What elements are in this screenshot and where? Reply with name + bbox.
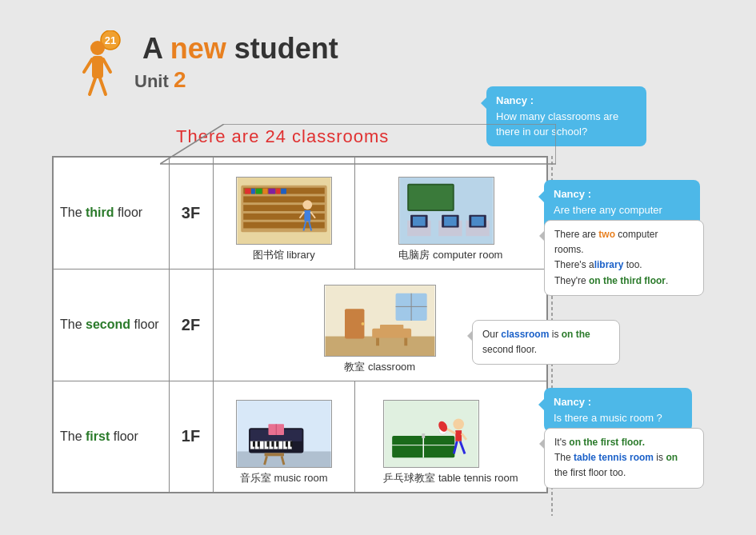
svg-rect-48 xyxy=(376,337,379,345)
svg-rect-69 xyxy=(286,441,288,447)
svg-rect-67 xyxy=(271,441,274,447)
svg-rect-23 xyxy=(304,210,310,222)
classroom-a-text: Our classroom is on the xyxy=(482,327,610,342)
classroom-label: 教室 classroom xyxy=(324,360,436,374)
svg-rect-19 xyxy=(268,188,275,194)
svg-rect-83 xyxy=(456,430,462,441)
third-floor-row: The third floor 3F xyxy=(53,157,547,269)
svg-rect-15 xyxy=(245,188,250,194)
svg-rect-50 xyxy=(380,324,403,329)
svg-rect-49 xyxy=(404,337,407,345)
tennis-room-cell: 乒乓球教室 table tennis room xyxy=(354,381,547,493)
nancy-q1-bubble: Nancy : How many classrooms are there in… xyxy=(486,86,646,146)
second-floor-num: 2F xyxy=(169,269,213,381)
nancy-q1-label: Nancy : xyxy=(496,93,637,109)
page-title: A new student xyxy=(142,32,338,66)
music-q-text: Is there a music room ? xyxy=(554,410,682,426)
computer-q-label: Nancy : xyxy=(554,186,690,202)
svg-rect-20 xyxy=(276,188,280,194)
svg-rect-79 xyxy=(422,433,426,438)
music-a-line2: The table tennis room is on xyxy=(554,450,694,465)
computer-a-bubble: There are two computer rooms. There's al… xyxy=(544,220,704,296)
second-floor-label: The second floor xyxy=(53,269,169,381)
svg-rect-12 xyxy=(243,205,325,211)
svg-rect-11 xyxy=(243,196,325,202)
svg-rect-68 xyxy=(276,441,278,447)
computer-room-label: 电脑房 computer room xyxy=(398,248,502,262)
svg-rect-41 xyxy=(325,336,434,355)
svg-point-82 xyxy=(454,418,465,429)
computer-a-line2: rooms. xyxy=(554,242,694,258)
third-floor-highlight: third xyxy=(86,206,114,219)
second-floor-highlight: second xyxy=(86,317,130,331)
music-a-bubble: It's on the first floor. The table tenni… xyxy=(544,428,704,489)
main-answer: There are 24 classrooms xyxy=(176,126,389,147)
svg-rect-71 xyxy=(264,453,283,456)
first-floor-num: 1F xyxy=(169,381,213,493)
svg-rect-70 xyxy=(290,441,292,447)
computer-a-line4: They're on the third floor. xyxy=(554,273,694,289)
svg-rect-36 xyxy=(444,216,457,226)
svg-rect-64 xyxy=(253,441,255,447)
svg-rect-17 xyxy=(256,188,262,194)
music-q-bubble: Nancy : Is there a music room ? xyxy=(544,388,692,432)
svg-rect-65 xyxy=(257,441,259,447)
library-label: 图书馆 library xyxy=(236,248,332,262)
first-floor-row: The first floor 1F xyxy=(53,381,547,493)
classroom-a-bubble: Our classroom is on the second floor. xyxy=(472,320,620,365)
computer-a-line1: There are two computer xyxy=(554,227,694,242)
svg-rect-18 xyxy=(262,188,267,194)
svg-rect-61 xyxy=(278,441,282,449)
music-a-line1: It's on the first floor. xyxy=(554,435,694,450)
tennis-room-label: 乒乓球教室 table tennis room xyxy=(383,471,518,485)
svg-point-46 xyxy=(361,321,364,325)
svg-rect-57 xyxy=(259,441,263,449)
nancy-q1-text: How many classrooms are there in our sch… xyxy=(496,109,637,140)
svg-point-22 xyxy=(302,200,312,210)
library-cell: 图书馆 library xyxy=(213,157,354,269)
first-floor-highlight: first xyxy=(86,429,110,443)
svg-rect-66 xyxy=(266,441,269,447)
third-floor-label: The third floor xyxy=(53,157,169,269)
svg-rect-30 xyxy=(410,185,454,209)
svg-rect-14 xyxy=(243,222,325,228)
computer-a-line3: There's alibrary too. xyxy=(554,258,694,273)
svg-rect-16 xyxy=(251,188,255,194)
svg-rect-33 xyxy=(413,216,426,226)
svg-rect-21 xyxy=(281,188,286,194)
svg-rect-47 xyxy=(372,328,411,337)
classroom-a-line2: second floor. xyxy=(482,342,610,357)
svg-rect-39 xyxy=(472,216,485,226)
music-q-label: Nancy : xyxy=(554,394,682,410)
music-a-line3: the first floor too. xyxy=(554,465,694,481)
unit-label: Unit 2 xyxy=(134,67,338,93)
music-room-label: 音乐室 music room xyxy=(236,471,332,485)
header-section: A new student Unit 2 xyxy=(80,32,338,93)
first-floor-label: The first floor xyxy=(53,381,169,493)
third-floor-num: 3F xyxy=(169,157,213,269)
computer-room-cell: 电脑房 computer room xyxy=(354,157,547,269)
music-room-cell: 音乐室 music room xyxy=(213,381,354,493)
